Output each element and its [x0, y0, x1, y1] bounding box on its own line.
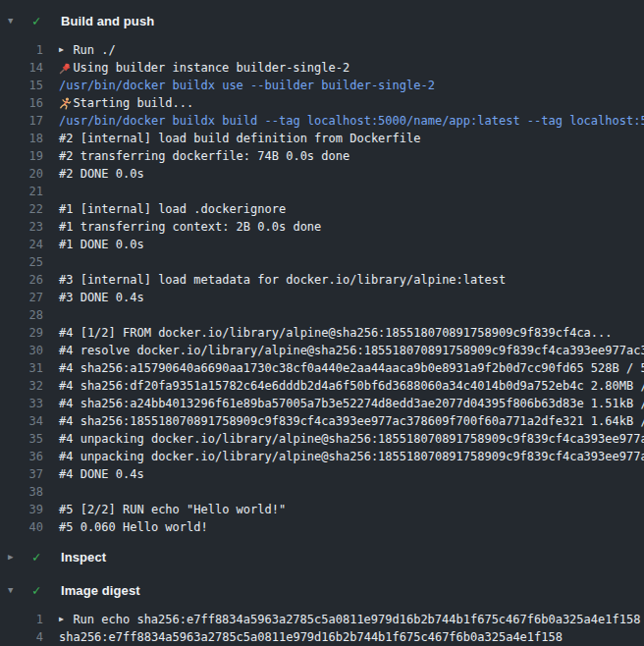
log-line-number[interactable]: 1: [0, 41, 43, 59]
log-line-number[interactable]: 28: [0, 306, 43, 324]
log-line: 18#2 [internal] load build definition fr…: [0, 130, 644, 147]
log-line-number[interactable]: 19: [0, 147, 43, 165]
log-line-number[interactable]: 30: [0, 342, 43, 359]
section-header-inspect[interactable]: ▶✓Inspect: [0, 544, 644, 569]
log-line-number[interactable]: 40: [0, 518, 43, 536]
log-line-text: #2 DONE 0.0s: [43, 165, 144, 183]
log-line-number[interactable]: 38: [0, 483, 43, 501]
log-line: 29#4 [1/2] FROM docker.io/library/alpine…: [0, 324, 644, 342]
log-line-number[interactable]: 29: [0, 324, 43, 342]
log-line-number[interactable]: 32: [0, 377, 43, 395]
log-line-text: ▶Run echo sha256:e7ff8834a5963a2785c5a08…: [43, 611, 640, 628]
log-line-number[interactable]: 25: [0, 253, 43, 271]
log-text-content: #2 DONE 0.0s: [59, 165, 144, 183]
log-line-text: [43, 253, 59, 271]
log-lines: 1▶Run echo sha256:e7ff8834a5963a2785c5a0…: [0, 611, 644, 646]
log-line-text: #5 [2/2] RUN echo "Hello world!": [43, 501, 286, 518]
section-header-image-digest[interactable]: ▼✓Image digest: [0, 577, 644, 603]
log-text-content: #4 sha256:185518070891758909c9f839cf4ca3…: [59, 412, 644, 430]
log-line-text: #4 DONE 0.4s: [43, 465, 144, 483]
log-text-content: #2 transferring dockerfile: 74B 0.0s don…: [59, 147, 349, 165]
log-line: 15/usr/bin/docker buildx use --builder b…: [0, 77, 644, 94]
log-line: 21: [0, 183, 644, 200]
log-text-content: #3 DONE 0.4s: [59, 289, 144, 306]
log-text-content: /usr/bin/docker buildx build --tag local…: [59, 112, 644, 130]
section-header-build-and-push[interactable]: ▼✓Build and push: [0, 8, 644, 33]
log-line: 26#3 [internal] load metadata for docker…: [0, 271, 644, 289]
log-line: 28: [0, 306, 644, 324]
log-section-inspect: ▶✓Inspect: [0, 544, 644, 569]
log-text-content: #4 sha256:a15790640a6690aa1730c38cf0a440…: [59, 359, 644, 377]
success-check-icon: ✓: [32, 8, 46, 33]
log-line-text: #4 sha256:a15790640a6690aa1730c38cf0a440…: [43, 359, 644, 377]
log-line-text: #4 sha256:a24bb4013296f61e89ba57005a7b3e…: [43, 395, 644, 412]
log-line-number[interactable]: 26: [0, 271, 43, 289]
log-line-number[interactable]: 14: [0, 59, 43, 77]
log-line-text: Using builder instance builder-single-2: [43, 59, 349, 77]
log-line-text: Starting build...: [43, 94, 193, 112]
log-line: 40#5 0.060 Hello world!: [0, 518, 644, 536]
log-line-text: sha256:e7ff8834a5963a2785c5a0811e979d16b…: [43, 628, 563, 646]
success-check-icon: ✓: [32, 577, 46, 603]
log-line: 39#5 [2/2] RUN echo "Hello world!": [0, 501, 644, 518]
log-line-number[interactable]: 23: [0, 218, 43, 236]
log-text-content: #5 [2/2] RUN echo "Hello world!": [59, 501, 286, 518]
log-line-number[interactable]: 34: [0, 412, 43, 430]
log-line-number[interactable]: 22: [0, 200, 43, 218]
log-line-number[interactable]: 4: [0, 628, 43, 646]
log-line-number[interactable]: 35: [0, 430, 43, 448]
workflow-log-viewer: ▼✓Build and push1▶Run ./14Using builder …: [0, 0, 644, 646]
log-line-number[interactable]: 27: [0, 289, 43, 306]
log-line: 4sha256:e7ff8834a5963a2785c5a0811e979d16…: [0, 628, 644, 646]
section-title: Build and push: [61, 14, 154, 28]
runner-icon: [59, 97, 73, 110]
log-text-content: #4 resolve docker.io/library/alpine@sha2…: [59, 342, 644, 359]
log-line-text: #4 sha256:df20fa9351a15782c64e6dddb2d4a6…: [43, 377, 644, 395]
log-line-number[interactable]: 17: [0, 112, 43, 130]
log-line: 1▶Run echo sha256:e7ff8834a5963a2785c5a0…: [0, 611, 644, 628]
log-line-number[interactable]: 20: [0, 165, 43, 183]
log-line-number[interactable]: 36: [0, 448, 43, 465]
log-line-number[interactable]: 24: [0, 236, 43, 253]
log-text-content: #4 DONE 0.4s: [59, 465, 144, 483]
log-line-number[interactable]: 39: [0, 501, 43, 518]
log-line-text: #2 [internal] load build definition from…: [43, 130, 420, 147]
log-line-number[interactable]: 21: [0, 183, 43, 200]
chevron-down-icon[interactable]: ▼: [8, 577, 26, 603]
log-line: 20#2 DONE 0.0s: [0, 165, 644, 183]
log-line: 33#4 sha256:a24bb4013296f61e89ba57005a7b…: [0, 395, 644, 412]
log-line-text: #3 DONE 0.4s: [43, 289, 144, 306]
log-line: 24#1 DONE 0.0s: [0, 236, 644, 253]
log-line-text: ▶Run ./: [43, 41, 116, 59]
log-line: 25: [0, 253, 644, 271]
log-line-number[interactable]: 33: [0, 395, 43, 412]
log-line: 19#2 transferring dockerfile: 74B 0.0s d…: [0, 147, 644, 165]
log-line-text: [43, 183, 59, 200]
log-text-content: #1 DONE 0.0s: [59, 236, 144, 253]
log-text-content: Run ./: [73, 41, 115, 59]
chevron-right-icon[interactable]: ▶: [8, 544, 26, 569]
log-line-number[interactable]: 16: [0, 94, 43, 112]
log-section-build-and-push: ▼✓Build and push1▶Run ./14Using builder …: [0, 8, 644, 536]
log-line-number[interactable]: 1: [0, 611, 43, 628]
log-text-content: #4 unpacking docker.io/library/alpine@sh…: [59, 448, 644, 465]
section-title: Image digest: [61, 583, 140, 598]
log-line-text: #1 transferring context: 2B 0.0s done: [43, 218, 321, 236]
log-line-number[interactable]: 37: [0, 465, 43, 483]
log-line-text: #4 unpacking docker.io/library/alpine@sh…: [43, 430, 644, 448]
log-text-content: #3 [internal] load metadata for docker.i…: [59, 271, 506, 289]
log-line: 35#4 unpacking docker.io/library/alpine@…: [0, 430, 644, 448]
log-line-number[interactable]: 31: [0, 359, 43, 377]
log-line: 34#4 sha256:185518070891758909c9f839cf4c…: [0, 412, 644, 430]
chevron-down-icon[interactable]: ▼: [8, 8, 26, 33]
log-line: 31#4 sha256:a15790640a6690aa1730c38cf0a4…: [0, 359, 644, 377]
log-line: 1▶Run ./: [0, 41, 644, 59]
log-line-number[interactable]: 15: [0, 77, 43, 94]
log-text-content: #1 transferring context: 2B 0.0s done: [59, 218, 321, 236]
log-text-content: #5 0.060 Hello world!: [59, 518, 208, 536]
log-line-number[interactable]: 18: [0, 130, 43, 147]
run-group-expander-icon[interactable]: ▶: [59, 611, 73, 628]
log-line: 22#1 [internal] load .dockerignore: [0, 200, 644, 218]
log-text-content: #4 sha256:df20fa9351a15782c64e6dddb2d4a6…: [59, 377, 644, 395]
run-group-expander-icon[interactable]: ▶: [59, 41, 73, 59]
